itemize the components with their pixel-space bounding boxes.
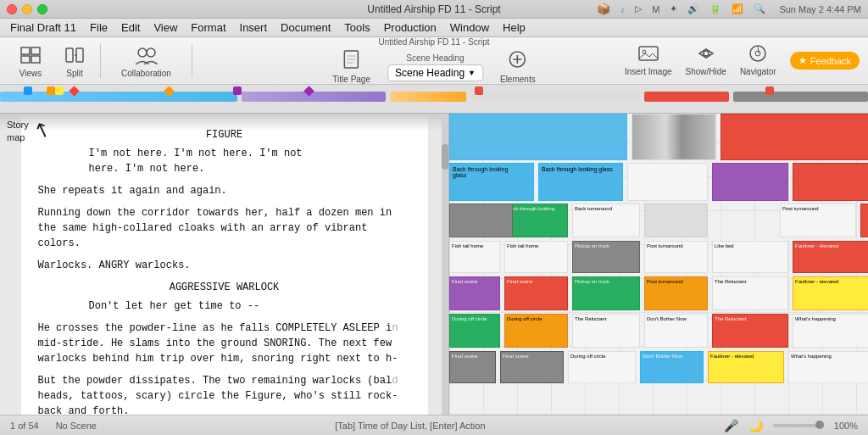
search-icon[interactable]: 🔍 [754,3,765,14]
show-hide-icon [696,45,716,65]
fullscreen-button[interactable] [37,4,47,14]
menu-window[interactable]: Window [443,20,496,36]
zoom-control[interactable] [773,424,824,427]
story-card-gray-1[interactable] [644,204,708,237]
story-card-cyan-4[interactable]: Don't Bother Now [640,351,704,383]
scene-heading-selector[interactable]: Scene Heading Scene Heading ▼ [387,53,483,81]
story-card-white-10[interactable]: The Reluctant [572,314,640,348]
menu-file[interactable]: File [83,20,114,36]
menu-bar: Final Draft 11 File Edit View Format Ins… [0,19,868,37]
story-card-red-thin[interactable] [860,204,868,237]
story-card-white-11[interactable]: Don't Bother Now [644,314,708,348]
story-card-dark-1[interactable] [449,204,513,237]
story-card-white-6[interactable]: Fish tail home [504,241,568,273]
title-page-button[interactable]: Title Page [332,50,370,84]
story-card-cyan-3[interactable]: Back through looking glass [538,163,623,201]
scene-info: No Scene [56,421,97,431]
story-card-white-4[interactable]: Post turnaround [780,204,856,237]
story-card-cyan-1[interactable] [449,114,627,160]
scrollbar-thumb[interactable] [442,144,448,170]
story-card-orange-2[interactable]: Post turnaround [644,276,708,310]
marker-red [475,86,483,95]
cast-icon: ▷ [635,3,642,14]
elements-button[interactable]: Elements [500,50,536,84]
feedback-label: Feedback [810,56,851,66]
menu-help[interactable]: Help [496,20,532,36]
svg-point-18 [704,51,709,56]
navigator-button[interactable]: Navigator [740,45,776,76]
story-card-dark-3[interactable]: Final scene [449,351,496,383]
views-button[interactable]: Views [8,43,53,78]
zoom-slider-thumb[interactable] [815,421,824,429]
menu-document[interactable]: Document [274,20,337,36]
menu-edit[interactable]: Edit [114,20,147,36]
title-bar: Untitled Airship FD 11 - Script 📦 ♪ ▷ M … [0,0,868,19]
story-card-red-3[interactable]: Faulkner - elevated [793,241,868,273]
story-card-red-4[interactable]: Final scene [504,276,568,310]
script-scrollbar[interactable] [442,114,448,415]
story-card-green-2[interactable]: Pickup on truck [572,276,640,310]
story-map-label: Storymap [7,119,29,145]
act6-bar [733,92,868,102]
story-card-green-3[interactable]: During off circle [449,314,500,348]
window-title: Untitled Airship FD 11 - Script [367,3,500,15]
marker-yellow [55,86,64,95]
action-repeats: She repeats it again and again. [38,183,411,198]
collaboration-button[interactable]: Collaboration [104,43,188,78]
story-card-white-8[interactable]: Like bed [712,241,788,273]
close-button[interactable] [7,4,17,14]
story-card-yellow-1[interactable]: Faulkner - elevated [793,276,868,310]
menu-app[interactable]: Final Draft 11 [3,20,83,36]
story-card-white-1[interactable] [632,114,716,160]
battery-icon: 🔋 [709,3,721,14]
menu-insert[interactable]: Insert [233,20,275,36]
menu-tools[interactable]: Tools [337,20,376,36]
split-label: Split [66,69,82,78]
story-card-yellow-2[interactable]: Faulkner - elevated [708,351,784,383]
feedback-icon: ★ [798,55,807,66]
story-card-dark-4[interactable]: Final scene [500,351,564,383]
statusbar-right: 🎤 🌙 100% [724,419,858,432]
split-button[interactable]: Split [53,43,97,78]
story-card-green-1[interactable]: Back through looking [504,204,568,237]
story-card-purple-2[interactable]: Final scene [449,276,500,310]
story-card-red-1[interactable] [721,114,868,160]
story-card-white-5[interactable]: Fish tail home [449,241,500,273]
menu-format[interactable]: Format [184,20,232,36]
night-mode-icon[interactable]: 🌙 [748,419,763,432]
action-warlocks: Warlocks. ANGRY warlocks. [38,258,411,273]
story-card-cyan-2[interactable]: Back through lookingglass [449,163,534,201]
act1-bar [0,92,237,102]
story-card-white-7[interactable]: Post turnaround [644,241,708,273]
minimize-button[interactable] [22,4,32,14]
menu-production[interactable]: Production [377,20,443,36]
story-card-orange-3[interactable]: During off circle [504,314,568,348]
story-card-red-5[interactable]: The Reluctant [712,314,788,348]
dialogue-warlock: Don't let her get time to -- [89,298,360,314]
navigator-label: Navigator [740,67,776,76]
story-card-white-13[interactable]: During off circle [568,351,636,383]
story-card-white-2[interactable] [627,163,708,201]
show-hide-button[interactable]: Show/Hide [686,45,726,76]
story-card-white-9[interactable]: The Reluctant [712,276,788,310]
story-card-dark-2[interactable]: Pickup on truck [572,241,640,273]
window-controls[interactable] [7,4,47,14]
dropbox-icon[interactable]: 📦 [597,3,610,15]
insert-image-button[interactable]: Insert Image [625,45,672,76]
character-figure-1: FIGURE [38,127,411,142]
zoom-slider-track[interactable] [773,424,824,427]
story-card-purple-1[interactable] [712,163,788,201]
feedback-button[interactable]: ★ Feedback [790,52,860,70]
microphone-icon[interactable]: 🎤 [724,419,738,432]
story-card-red-2[interactable] [793,163,868,201]
story-map-panel[interactable]: Back through lookingglass Back through l… [449,114,868,415]
action-crosses: He crosses the powder-line as he falls C… [38,321,411,366]
menu-view[interactable]: View [147,20,184,36]
story-card-white-12[interactable]: What's happening [793,314,868,348]
story-card-white-14[interactable]: What's happening [788,351,868,383]
story-card-white-3[interactable]: Back turnaround [572,204,640,237]
svg-rect-4 [66,48,73,62]
script-content[interactable]: FIGURE I'm not here. I'm not here. I'm n… [21,114,428,415]
toolbar: Views Split Collaboration Untitled Airsh… [0,37,868,85]
scene-heading-dropdown[interactable]: Scene Heading ▼ [387,64,483,81]
